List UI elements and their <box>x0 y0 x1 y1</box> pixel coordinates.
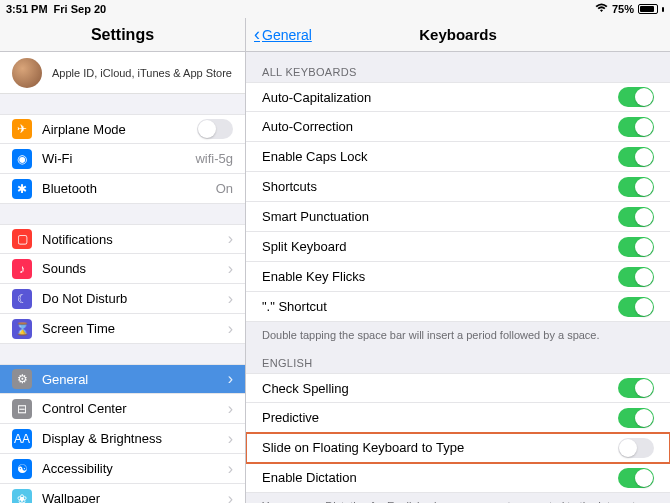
accessibility-icon: ☯ <box>12 459 32 479</box>
chevron-right-icon: › <box>228 320 233 338</box>
section-header: ALL KEYBOARDS <box>246 52 670 82</box>
sidebar-item-label: Control Center <box>42 401 127 416</box>
shortcuts-toggle[interactable] <box>618 177 654 197</box>
chevron-right-icon: › <box>228 230 233 248</box>
setting-label: Enable Dictation <box>262 470 357 485</box>
row-value: On <box>216 181 233 196</box>
settings-sidebar: Settings Apple ID, iCloud, iTunes & App … <box>0 18 246 503</box>
setting-label: Enable Key Flicks <box>262 269 365 284</box>
setting-autocorr[interactable]: Auto-Correction <box>246 112 670 142</box>
setting-label: Auto-Capitalization <box>262 90 371 105</box>
autocorr-toggle[interactable] <box>618 117 654 137</box>
chevron-right-icon: › <box>228 430 233 448</box>
status-date: Fri Sep 20 <box>54 3 107 15</box>
setting-label: Split Keyboard <box>262 239 347 254</box>
display-icon: AA <box>12 429 32 449</box>
capslock-toggle[interactable] <box>618 147 654 167</box>
sidebar-item-label: General <box>42 372 88 387</box>
chevron-right-icon: › <box>228 290 233 308</box>
bluetooth-icon: ✱ <box>12 179 32 199</box>
wallpaper-icon: ❀ <box>12 489 32 504</box>
sidebar-item-control[interactable]: ⊟Control Center› <box>0 394 245 424</box>
sidebar-item-display[interactable]: AADisplay & Brightness› <box>0 424 245 454</box>
setting-dictation[interactable]: Enable Dictation <box>246 463 670 493</box>
sidebar-title: Settings <box>0 18 245 52</box>
setting-predictive[interactable]: Predictive <box>246 403 670 433</box>
avatar <box>12 58 42 88</box>
setting-keyflicks[interactable]: Enable Key Flicks <box>246 262 670 292</box>
airplane-icon: ✈ <box>12 119 32 139</box>
section-header: ENGLISH <box>246 343 670 373</box>
airplane-toggle[interactable] <box>197 119 233 139</box>
status-time: 3:51 PM <box>6 3 48 15</box>
setting-label: Enable Caps Lock <box>262 149 368 164</box>
sidebar-item-label: Display & Brightness <box>42 431 162 446</box>
slide-toggle[interactable] <box>618 438 654 458</box>
sidebar-item-screentime[interactable]: ⌛Screen Time› <box>0 314 245 344</box>
chevron-right-icon: › <box>228 460 233 478</box>
sidebar-item-label: Wallpaper <box>42 491 100 503</box>
sidebar-item-wallpaper[interactable]: ❀Wallpaper› <box>0 484 245 503</box>
sidebar-item-wifi[interactable]: ◉Wi-Fiwifi-5g <box>0 144 245 174</box>
split-toggle[interactable] <box>618 237 654 257</box>
setting-smartpunc[interactable]: Smart Punctuation <box>246 202 670 232</box>
sidebar-item-notifications[interactable]: ▢Notifications› <box>0 224 245 254</box>
sidebar-item-label: Airplane Mode <box>42 122 126 137</box>
battery-percent: 75% <box>612 3 634 15</box>
sidebar-item-bluetooth[interactable]: ✱BluetoothOn <box>0 174 245 204</box>
setting-label: Smart Punctuation <box>262 209 369 224</box>
predictive-toggle[interactable] <box>618 408 654 428</box>
control-icon: ⊟ <box>12 399 32 419</box>
row-value: wifi-5g <box>195 151 233 166</box>
setting-period[interactable]: "." Shortcut <box>246 292 670 322</box>
sidebar-item-label: Accessibility <box>42 461 113 476</box>
setting-label: "." Shortcut <box>262 299 327 314</box>
chevron-right-icon: › <box>228 260 233 278</box>
sidebar-item-label: Bluetooth <box>42 181 97 196</box>
setting-label: Slide on Floating Keyboard to Type <box>262 440 464 455</box>
screentime-icon: ⌛ <box>12 319 32 339</box>
setting-slide[interactable]: Slide on Floating Keyboard to Type <box>246 433 670 463</box>
dictation-toggle[interactable] <box>618 468 654 488</box>
apple-id-subtitle: Apple ID, iCloud, iTunes & App Store <box>52 67 232 79</box>
setting-spelling[interactable]: Check Spelling <box>246 373 670 403</box>
setting-shortcuts[interactable]: Shortcuts <box>246 172 670 202</box>
sidebar-item-sounds[interactable]: ♪Sounds› <box>0 254 245 284</box>
keyflicks-toggle[interactable] <box>618 267 654 287</box>
sidebar-item-dnd[interactable]: ☾Do Not Disturb› <box>0 284 245 314</box>
setting-label: Shortcuts <box>262 179 317 194</box>
sounds-icon: ♪ <box>12 259 32 279</box>
chevron-right-icon: › <box>228 400 233 418</box>
sidebar-item-label: Wi-Fi <box>42 151 72 166</box>
back-button[interactable]: ‹ General <box>254 24 312 45</box>
general-icon: ⚙ <box>12 369 32 389</box>
setting-split[interactable]: Split Keyboard <box>246 232 670 262</box>
chevron-right-icon: › <box>228 490 233 504</box>
apple-id-row[interactable]: Apple ID, iCloud, iTunes & App Store <box>0 52 245 94</box>
sidebar-item-airplane[interactable]: ✈Airplane Mode <box>0 114 245 144</box>
status-bar: 3:51 PM Fri Sep 20 75% <box>0 0 670 18</box>
chevron-right-icon: › <box>228 370 233 388</box>
battery-icon <box>638 4 658 14</box>
setting-label: Predictive <box>262 410 319 425</box>
sidebar-item-label: Sounds <box>42 261 86 276</box>
detail-header: ‹ General Keyboards <box>246 18 670 52</box>
sidebar-item-accessibility[interactable]: ☯Accessibility› <box>0 454 245 484</box>
section-footer: Double tapping the space bar will insert… <box>246 322 670 343</box>
smartpunc-toggle[interactable] <box>618 207 654 227</box>
period-toggle[interactable] <box>618 297 654 317</box>
setting-capslock[interactable]: Enable Caps Lock <box>246 142 670 172</box>
notifications-icon: ▢ <box>12 229 32 249</box>
wifi-icon: ◉ <box>12 149 32 169</box>
autocap-toggle[interactable] <box>618 87 654 107</box>
wifi-icon <box>595 3 608 15</box>
sidebar-item-general[interactable]: ⚙General› <box>0 364 245 394</box>
back-label: General <box>262 27 312 43</box>
detail-pane: ‹ General Keyboards ALL KEYBOARDSAuto-Ca… <box>246 18 670 503</box>
dnd-icon: ☾ <box>12 289 32 309</box>
chevron-left-icon: ‹ <box>254 24 260 45</box>
setting-autocap[interactable]: Auto-Capitalization <box>246 82 670 112</box>
setting-label: Auto-Correction <box>262 119 353 134</box>
sidebar-item-label: Screen Time <box>42 321 115 336</box>
spelling-toggle[interactable] <box>618 378 654 398</box>
